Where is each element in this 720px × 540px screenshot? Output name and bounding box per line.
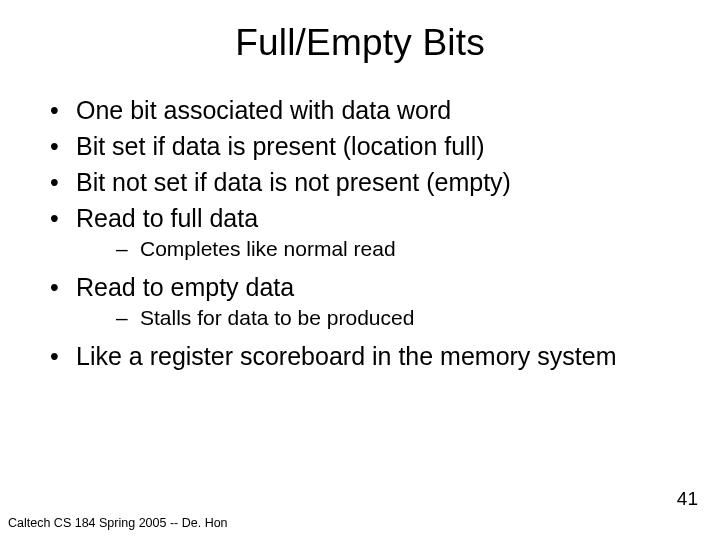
bullet-text: Like a register scoreboard in the memory… xyxy=(76,342,617,370)
sub-bullet-item: Completes like normal read xyxy=(76,236,680,263)
slide: Full/Empty Bits One bit associated with … xyxy=(0,0,720,540)
slide-footer: Caltech CS 184 Spring 2005 -- De. Hon xyxy=(8,516,228,530)
sub-bullet-text: Stalls for data to be produced xyxy=(140,306,414,329)
sub-bullet-text: Completes like normal read xyxy=(140,237,396,260)
bullet-item: One bit associated with data word xyxy=(44,94,680,126)
bullet-text: Read to full data xyxy=(76,204,258,232)
slide-title: Full/Empty Bits xyxy=(0,0,720,76)
slide-body: One bit associated with data word Bit se… xyxy=(0,76,720,372)
bullet-text: One bit associated with data word xyxy=(76,96,451,124)
bullet-list: One bit associated with data word Bit se… xyxy=(44,94,680,372)
sub-bullet-item: Stalls for data to be produced xyxy=(76,305,680,332)
bullet-text: Bit set if data is present (location ful… xyxy=(76,132,485,160)
bullet-text: Read to empty data xyxy=(76,273,294,301)
bullet-item: Bit not set if data is not present (empt… xyxy=(44,166,680,198)
bullet-item: Read to empty data Stalls for data to be… xyxy=(44,271,680,332)
page-number: 41 xyxy=(677,488,698,510)
bullet-item: Read to full data Completes like normal … xyxy=(44,202,680,263)
sub-bullet-list: Completes like normal read xyxy=(76,236,680,263)
sub-bullet-list: Stalls for data to be produced xyxy=(76,305,680,332)
bullet-text: Bit not set if data is not present (empt… xyxy=(76,168,511,196)
bullet-item: Bit set if data is present (location ful… xyxy=(44,130,680,162)
bullet-item: Like a register scoreboard in the memory… xyxy=(44,340,680,372)
